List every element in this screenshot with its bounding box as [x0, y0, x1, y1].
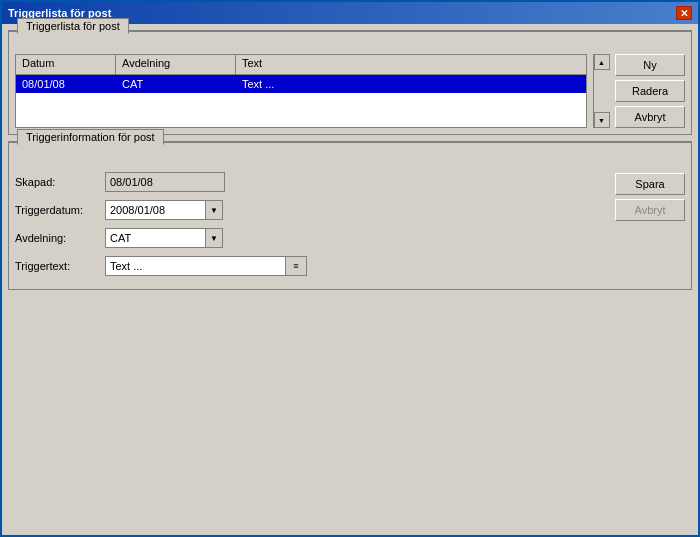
avdelning-dropdown-btn[interactable]: ▼ [205, 228, 223, 248]
avdelning-row: Avdelning: ▼ [15, 227, 605, 249]
triggertext-memo-btn[interactable]: ≡ [285, 256, 307, 276]
skapad-row: Skapad: [15, 171, 605, 193]
triggertext-input[interactable] [105, 256, 285, 276]
spara-button[interactable]: Spara [615, 173, 685, 195]
bottom-panel-inner: Skapad: Triggerdatum: ▼ [15, 171, 685, 283]
bottom-panel-content: Skapad: Triggerdatum: ▼ [9, 157, 691, 289]
window-content: Triggerlista för post Datum Avdelning Te… [2, 24, 698, 535]
trigger-table: Datum Avdelning Text 08/01/08 CAT Text .… [15, 54, 587, 128]
cell-text: Text ... [236, 76, 586, 92]
form-actions-right: Spara Avbryt [615, 171, 685, 221]
triggertext-row: Triggertext: ≡ [15, 255, 605, 277]
skapad-input[interactable] [105, 172, 225, 192]
avdelning-label: Avdelning: [15, 232, 105, 244]
col-datum: Datum [16, 55, 116, 74]
radera-button[interactable]: Radera [615, 80, 685, 102]
close-button[interactable]: ✕ [676, 6, 692, 20]
table-body[interactable]: 08/01/08 CAT Text ... [16, 75, 586, 127]
avbryt-top-button[interactable]: Avbryt [615, 106, 685, 128]
avdelning-input[interactable] [105, 228, 205, 248]
scroll-down-btn[interactable]: ▼ [594, 112, 610, 128]
top-panel-content: Datum Avdelning Text 08/01/08 CAT Text .… [9, 46, 691, 134]
top-panel: Triggerlista för post Datum Avdelning Te… [8, 30, 692, 135]
cell-datum: 08/01/08 [16, 76, 116, 92]
action-buttons: Ny Radera Avbryt [615, 54, 685, 128]
top-panel-tab[interactable]: Triggerlista för post [17, 18, 129, 34]
cell-avdelning: CAT [116, 76, 236, 92]
main-window: Triggerlista för post ✕ Triggerlista för… [0, 0, 700, 537]
col-avdelning: Avdelning [116, 55, 236, 74]
triggerdatum-input[interactable] [105, 200, 205, 220]
bottom-panel: Triggerinformation för post Skapad: Trig… [8, 141, 692, 290]
triggerdatum-dropdown-btn[interactable]: ▼ [205, 200, 223, 220]
table-header: Datum Avdelning Text [16, 55, 586, 75]
triggerdatum-label: Triggerdatum: [15, 204, 105, 216]
triggerdatum-input-group: ▼ [105, 200, 223, 220]
triggerdatum-row: Triggerdatum: ▼ [15, 199, 605, 221]
scrollbar[interactable]: ▲ ▼ [593, 54, 609, 128]
scroll-up-btn[interactable]: ▲ [594, 54, 610, 70]
table-row[interactable]: 08/01/08 CAT Text ... [16, 75, 586, 93]
ny-button[interactable]: Ny [615, 54, 685, 76]
form-fields: Skapad: Triggerdatum: ▼ [15, 171, 605, 283]
bottom-panel-tab[interactable]: Triggerinformation för post [17, 129, 164, 145]
triggertext-label: Triggertext: [15, 260, 105, 272]
skapad-label: Skapad: [15, 176, 105, 188]
scrollbar-thumb[interactable] [595, 70, 609, 112]
avdelning-input-group: ▼ [105, 228, 223, 248]
triggertext-input-group: ≡ [105, 256, 307, 276]
avbryt-bottom-button[interactable]: Avbryt [615, 199, 685, 221]
col-text: Text [236, 55, 586, 74]
